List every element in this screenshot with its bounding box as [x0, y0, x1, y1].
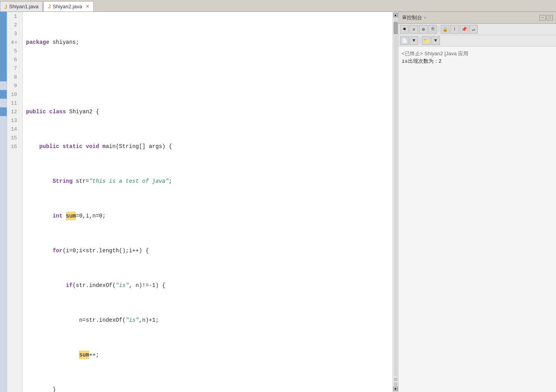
ln-14: 14: [10, 125, 19, 133]
line-numbers: 1 2 3 4⊖ 5 6 7 8 9 10 11 12 13 14 15 16: [7, 12, 23, 392]
ln-1: 1: [10, 12, 19, 21]
str-8: "is": [116, 281, 129, 290]
ln-8: 8: [10, 73, 19, 81]
margin-16: [0, 116, 7, 125]
margin-bp-7: [0, 38, 7, 47]
main-container: 1 2 3 4⊖ 5 6 7 8 9 10 11 12 13 14 15 16: [0, 12, 556, 392]
copy-button[interactable]: ⎘: [428, 25, 437, 34]
margin-12: [0, 81, 7, 90]
console-output: <已终止> Shiyan2 [Java 应用 is出现次数为：2: [398, 47, 556, 392]
margin-bp-11: [0, 73, 7, 81]
maximize-button[interactable]: □: [547, 15, 553, 21]
java-file-icon-2: J: [48, 3, 51, 9]
console-close-decoration: ✕: [424, 15, 426, 20]
ln-6: 6: [10, 55, 19, 64]
kw-void: void: [86, 142, 99, 151]
ln-12: 12: [10, 107, 19, 116]
editor-scrollbar[interactable]: ▲ ▼: [393, 12, 398, 392]
stop-button[interactable]: ■: [400, 25, 409, 34]
open-folder-button[interactable]: 📁: [422, 36, 430, 45]
tab-close-icon[interactable]: ✕: [86, 4, 89, 9]
console-toolbar-row1: ■ ✕ ⚙ ⎘ 🔒 ↕ 📌 ↵: [398, 24, 556, 35]
tab2-label: Shiyan2.java: [53, 4, 82, 9]
kw-string: String: [53, 177, 72, 186]
editor-area: 1 2 3 4⊖ 5 6 7 8 9 10 11 12 13 14 15 16: [0, 12, 398, 392]
str-5: "this is a test of java": [89, 177, 169, 186]
ln-13: 13: [10, 116, 19, 125]
toolbar-sep-1: [439, 26, 439, 33]
terminate-button[interactable]: ✕: [409, 25, 418, 34]
margin-bp-15: [0, 107, 7, 116]
code-line-1: package shiyans;: [26, 38, 393, 47]
code-line-3: public class Shiyan2 {: [26, 107, 393, 116]
hl-sum-6: sum: [66, 212, 76, 220]
console-header: 🖥 控制台 ✕ ─ □: [398, 12, 556, 24]
code-line-2: [26, 73, 393, 81]
console-output-line: is出现次数为：2: [402, 58, 553, 66]
kw-if: if: [66, 281, 73, 290]
margin-bp-6: [0, 29, 7, 38]
ln-4: 4⊖: [10, 38, 19, 47]
code-line-7: for (i=0;i<str.length();i++) {: [26, 246, 393, 255]
margin-bp-10: [0, 64, 7, 73]
hl-sum-10: sum: [79, 351, 89, 359]
margin-bp-4: [0, 12, 7, 21]
ln-3: 3: [10, 29, 19, 38]
java-file-icon: J: [4, 4, 7, 10]
console-terminated-line: <已终止> Shiyan2 [Java 应用: [402, 50, 553, 58]
dropdown-arrow-2[interactable]: ▼: [431, 36, 440, 45]
ln-5: 5: [10, 47, 19, 55]
kw-class: class: [49, 107, 66, 116]
code-line-8: if (str.indexOf( "is" , n)!=-1) {: [26, 281, 393, 290]
dropdown-arrow-1[interactable]: ▼: [409, 36, 418, 45]
code-line-5: String str= "this is a test of java" ;: [26, 177, 393, 186]
console-panel: 🖥 控制台 ✕ ─ □ ■ ✕ ⚙ ⎘ 🔒 ↕ 📌 ↵ 📄 ▼ 📁 ▼: [398, 12, 556, 392]
kw-public-3: public: [26, 107, 46, 116]
code-line-6: int sum =0,i,n=0;: [26, 212, 393, 220]
scrollbar-mini-1: [394, 378, 397, 381]
scroll-up-arrow[interactable]: ▲: [393, 13, 398, 17]
tab1-label: Shiyan1.java: [9, 4, 38, 9]
code-editor[interactable]: package shiyans; public class Shiyan2 { …: [23, 12, 393, 392]
breakpoint-margin: [0, 12, 7, 392]
minimize-button[interactable]: ─: [539, 15, 546, 21]
scroll-button[interactable]: ↕: [450, 25, 459, 34]
scrollbar-mini-2: [394, 383, 397, 386]
ln-11: 11: [10, 99, 19, 107]
kw-static: static: [62, 142, 82, 151]
margin-14: [0, 99, 7, 107]
kw-for: for: [53, 246, 62, 255]
pin-button[interactable]: 📌: [460, 25, 468, 34]
ln-15: 15: [10, 133, 19, 142]
code-line-11: }: [26, 385, 393, 392]
code-container[interactable]: 1 2 3 4⊖ 5 6 7 8 9 10 11 12 13 14 15 16: [0, 12, 398, 392]
scroll-down-arrow[interactable]: ▼: [393, 386, 398, 391]
window-controls: ─ □: [539, 15, 553, 21]
ln-2: 2: [10, 21, 19, 29]
word-wrap-button[interactable]: ↵: [469, 25, 478, 34]
ln-9: 9: [10, 81, 19, 90]
scrollbar-thumb[interactable]: [394, 22, 398, 34]
ln-16: 16: [10, 142, 19, 151]
code-line-9: n=str.indexOf( "is" ,n)+1;: [26, 316, 393, 324]
console-toolbar-row2: 📄 ▼ 📁 ▼: [398, 35, 556, 47]
ln-10: 10: [10, 90, 19, 99]
lock-button[interactable]: 🔒: [441, 25, 449, 34]
new-console-button[interactable]: 📄: [400, 36, 409, 45]
settings-button[interactable]: ⚙: [419, 25, 428, 34]
scrollbar-track[interactable]: [394, 18, 398, 376]
ln-7: 7: [10, 64, 19, 73]
code-line-10: sum ++;: [26, 351, 393, 359]
console-monitor-icon: 🖥: [402, 15, 407, 21]
tab-shiyan1[interactable]: J Shiyan1.java: [0, 1, 43, 11]
toolbar-sep-2: [420, 37, 420, 44]
margin-bp-13: [0, 90, 7, 99]
kw-int: int: [53, 212, 62, 220]
console-title: 控制台: [407, 14, 422, 21]
kw-public-4: public: [39, 142, 59, 151]
tab-bar: J Shiyan1.java J Shiyan2.java ✕: [0, 0, 556, 12]
margin-bp-5: [0, 21, 7, 29]
kw-package: package: [26, 38, 49, 47]
tab-shiyan2[interactable]: J Shiyan2.java ✕: [43, 1, 93, 11]
fold-icon-4[interactable]: ⊖: [15, 40, 17, 45]
